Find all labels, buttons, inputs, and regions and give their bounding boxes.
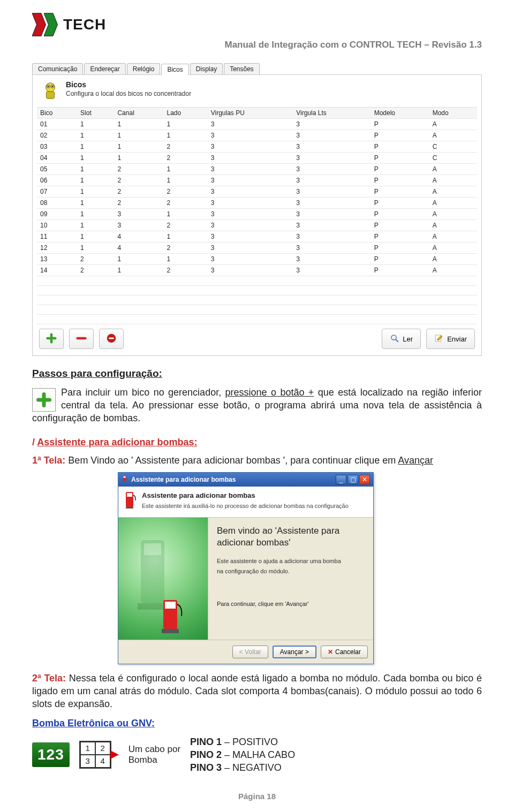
table-row[interactable]: 1421233PA — [37, 265, 477, 276]
table-row[interactable]: 0712233PA — [37, 186, 477, 198]
wizard-next-button[interactable]: Avançar > — [273, 646, 316, 658]
tab-display[interactable]: Display — [190, 63, 223, 74]
cell: 1 — [164, 254, 208, 265]
cell: 3 — [208, 231, 293, 242]
cell: 01 — [37, 119, 77, 130]
tab-comunicacao[interactable]: Comunicação — [32, 63, 83, 74]
col-header[interactable]: Canal — [114, 108, 163, 119]
col-header[interactable]: Modelo — [371, 108, 429, 119]
cell: 1 — [77, 141, 114, 153]
table-row[interactable]: 0211133PA — [37, 130, 477, 141]
panel-title: Bicos — [66, 80, 191, 89]
cell: 4 — [114, 242, 163, 254]
table-row[interactable]: 0411233PC — [37, 153, 477, 164]
cell: 3 — [293, 186, 371, 198]
cell: 02 — [37, 130, 77, 141]
table-row[interactable]: 0913133PA — [37, 209, 477, 220]
send-button[interactable]: Enviar — [426, 329, 475, 349]
tab-enderecar[interactable]: Endereçar — [84, 63, 125, 74]
col-header[interactable]: Virgula Lts — [293, 108, 371, 119]
pump-small-icon — [122, 475, 129, 484]
tab-relogio[interactable]: Relógio — [127, 63, 161, 74]
logo-v-green-icon — [44, 13, 62, 36]
table-row-empty — [37, 276, 477, 286]
col-header[interactable]: Virgulas PU — [208, 108, 293, 119]
wizard-back-button[interactable]: < Voltar — [232, 646, 268, 658]
cell: P — [371, 153, 429, 164]
table-row-empty — [37, 295, 477, 305]
cell: 10 — [37, 220, 77, 231]
plus-icon — [46, 332, 57, 346]
logo-mark — [32, 13, 62, 36]
maximize-button[interactable]: ▢ — [347, 475, 358, 484]
arrow-right-icon — [110, 750, 119, 759]
red-pump-icon — [159, 598, 186, 638]
table-row[interactable]: 0512133PA — [37, 164, 477, 175]
wizard-cancel-button[interactable]: ✕ Cancelar — [321, 646, 368, 658]
table-row-empty — [37, 315, 477, 324]
cell: 1 — [77, 164, 114, 175]
cell: 1 — [77, 220, 114, 231]
minimize-button[interactable]: _ — [336, 475, 346, 484]
cell: 3 — [293, 265, 371, 276]
close-button[interactable]: ✕ — [359, 475, 370, 484]
cell: 1 — [164, 231, 208, 242]
pin-entry: PINO 3 – NEGATIVO — [190, 761, 295, 774]
cell: A — [429, 265, 477, 276]
table-row[interactable]: 1013233PA — [37, 220, 477, 231]
svg-rect-7 — [46, 92, 54, 98]
cell: 1 — [114, 153, 163, 164]
delete-button[interactable] — [99, 329, 124, 349]
table-row[interactable]: 0812233PA — [37, 198, 477, 209]
read-button-label: Ler — [403, 335, 413, 343]
col-header[interactable]: Modo — [429, 108, 477, 119]
col-header[interactable]: Bico — [37, 108, 77, 119]
cell: 2 — [114, 175, 163, 186]
cell: 3 — [293, 119, 371, 130]
cell: 1 — [164, 119, 208, 130]
bicos-panel: Bicos Configura o local dos bicos no con… — [32, 75, 482, 356]
remove-button[interactable] — [69, 329, 94, 349]
col-header[interactable]: Lado — [164, 108, 208, 119]
table-row[interactable]: 1214233PA — [37, 242, 477, 254]
cell: 2 — [164, 242, 208, 254]
cell: A — [429, 242, 477, 254]
avancar-link: Avançar — [398, 455, 433, 466]
cell: 3 — [293, 164, 371, 175]
table-row[interactable]: 1114133PA — [37, 231, 477, 242]
cell: 1 — [77, 198, 114, 209]
table-row[interactable]: 0311233PC — [37, 141, 477, 153]
read-button[interactable]: Ler — [382, 329, 421, 349]
bicos-table[interactable]: BicoSlotCanalLadoVirgulas PUVirgula LtsM… — [37, 107, 477, 324]
cell: P — [371, 254, 429, 265]
cell: 3 — [208, 153, 293, 164]
wizard-continue-hint: Para continuar, clique em 'Avançar' — [217, 600, 366, 608]
tab-bicos[interactable]: Bicos — [161, 64, 188, 75]
cell: 1 — [77, 153, 114, 164]
tela2: 2ª Tela: Nessa tela é configurado o loca… — [32, 672, 482, 711]
cell: 1 — [114, 141, 163, 153]
doc-title: Manual de Integração com o CONTROL TECH … — [32, 40, 482, 50]
tab-tensoes[interactable]: Tensões — [224, 63, 260, 74]
cell: 1 — [77, 119, 114, 130]
svg-point-6 — [52, 86, 53, 87]
cell: 3 — [208, 130, 293, 141]
pin-cell: 4 — [95, 755, 110, 768]
tela1-label: 1ª Tela: — [32, 455, 65, 466]
table-row[interactable]: 0111133PA — [37, 119, 477, 130]
plus-inset-icon — [32, 388, 56, 412]
svg-point-5 — [48, 86, 49, 87]
col-header[interactable]: Slot — [77, 108, 114, 119]
cell: 08 — [37, 198, 77, 209]
bomba-title: Bomba Eletrônica ou GNV: — [32, 718, 155, 728]
badge-123: 123 — [32, 742, 70, 767]
svg-rect-23 — [162, 629, 179, 633]
wizard-welcome: Bem vindo ao 'Assistente para adicionar … — [217, 525, 366, 549]
table-row[interactable]: 0612133PA — [37, 175, 477, 186]
press-plus-link: pressione o botão + — [225, 387, 314, 398]
cell: A — [429, 175, 477, 186]
cell: 07 — [37, 186, 77, 198]
cell: 3 — [208, 265, 293, 276]
add-button[interactable] — [39, 329, 64, 349]
table-row[interactable]: 1321133PA — [37, 254, 477, 265]
